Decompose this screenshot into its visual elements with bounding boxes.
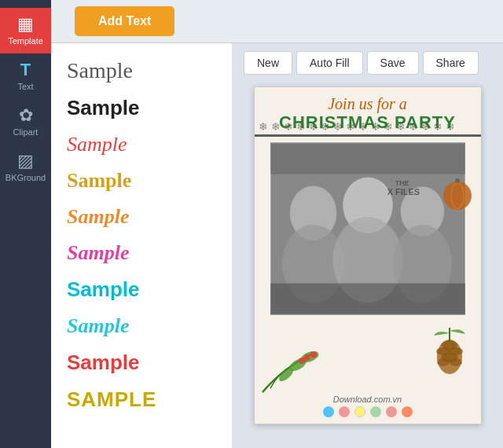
sidebar-item-template-label: Template	[8, 36, 43, 46]
svg-point-24	[437, 358, 450, 366]
bkground-icon: ▨	[17, 152, 34, 170]
sidebar-item-text[interactable]: T Text	[0, 53, 51, 99]
preview-nav: New Auto Fill Save Share	[232, 43, 503, 83]
svg-rect-13	[270, 143, 465, 174]
card-title: CHRISTMAS PARTY	[255, 112, 481, 133]
save-button[interactable]: Save	[367, 51, 419, 75]
color-dot-6[interactable]	[402, 406, 413, 417]
text-style-8[interactable]: Sample	[67, 311, 216, 341]
ornament-bottom-right	[426, 321, 473, 376]
color-dot-1[interactable]	[323, 406, 334, 417]
svg-rect-0	[255, 134, 481, 137]
color-dot-5[interactable]	[386, 406, 397, 417]
ornament-right	[438, 174, 477, 213]
main-area: Add Text Sample Sample Sample Sample Sam…	[51, 0, 503, 448]
svg-rect-14	[270, 283, 465, 314]
branch-bottom-left	[259, 337, 337, 400]
svg-text:X FILES: X FILES	[387, 187, 419, 196]
text-icon: T	[20, 61, 31, 79]
text-style-10[interactable]: SAMPLE	[67, 384, 216, 415]
sidebar-item-bkground-label: BKGround	[6, 173, 46, 182]
text-style-2[interactable]: Sample	[67, 93, 216, 123]
add-text-button[interactable]: Add Text	[75, 6, 174, 36]
toolbar: Add Text	[51, 0, 503, 43]
sidebar-item-clipart[interactable]: ✿ Clipart	[0, 99, 51, 145]
share-button[interactable]: Share	[423, 51, 479, 75]
text-style-4[interactable]: Sample	[67, 166, 216, 196]
sidebar-item-text-label: Text	[17, 82, 33, 91]
svg-point-15	[443, 182, 472, 210]
sidebar-item-clipart-label: Clipart	[13, 127, 39, 137]
color-dots	[255, 406, 481, 417]
svg-point-31	[304, 354, 310, 361]
clipart-icon: ✿	[19, 107, 33, 124]
color-dot-4[interactable]	[370, 406, 381, 417]
svg-point-30	[299, 358, 305, 364]
svg-point-17	[455, 178, 460, 183]
sidebar-item-template[interactable]: ▦ Template	[0, 8, 51, 53]
sidebar: ▦ Template T Text ✿ Clipart ▨ BKGround	[0, 0, 51, 448]
preview-canvas: ❄ ❄ ❄ ❄ ❄ ❄ ❄ ❄ ❄ ❄ ❄ ❄ ❄ ❄ ❄ ❄ Join us …	[232, 83, 503, 448]
card: ❄ ❄ ❄ ❄ ❄ ❄ ❄ ❄ ❄ ❄ ❄ ❄ ❄ ❄ ❄ ❄ Join us …	[254, 86, 482, 424]
text-style-1[interactable]: Sample	[67, 55, 216, 86]
svg-point-32	[310, 351, 317, 358]
watermark: Download.com.vn	[255, 395, 481, 404]
text-style-5[interactable]: Sample	[67, 202, 216, 232]
text-style-3[interactable]: Sample	[67, 130, 216, 160]
content-area: Sample Sample Sample Sample Sample Sampl…	[51, 43, 503, 448]
color-dot-3[interactable]	[354, 406, 365, 417]
svg-point-25	[450, 358, 462, 366]
template-icon: ▦	[17, 16, 34, 33]
autofill-button[interactable]: Auto Fill	[296, 51, 363, 75]
sidebar-item-bkground[interactable]: ▨ BKGround	[0, 145, 51, 190]
text-style-6[interactable]: Sample	[67, 238, 216, 268]
text-style-9[interactable]: Sample	[67, 347, 216, 378]
text-style-7[interactable]: Sample	[67, 274, 216, 305]
color-dot-2[interactable]	[339, 406, 350, 417]
card-photo: THE X FILES	[270, 142, 465, 315]
new-button[interactable]: New	[244, 51, 292, 75]
preview-panel: New Auto Fill Save Share ❄ ❄ ❄ ❄ ❄ ❄ ❄ ❄…	[232, 43, 503, 448]
svg-text:THE: THE	[395, 179, 409, 187]
text-styles-panel: Sample Sample Sample Sample Sample Sampl…	[51, 43, 232, 448]
card-join-text: Join us for a	[255, 95, 481, 113]
